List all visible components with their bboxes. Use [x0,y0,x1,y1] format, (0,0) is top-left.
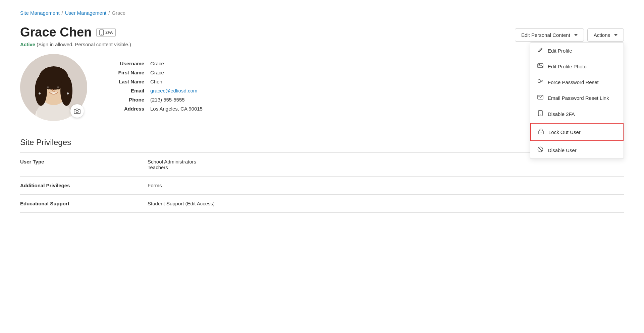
key-icon [537,79,544,85]
svg-point-24 [67,92,69,94]
pencil-icon [537,47,544,54]
status-active: Active [20,42,35,47]
avatar-wrapper [20,54,87,121]
additional-privileges-value: Forms [148,177,624,195]
svg-point-25 [76,110,78,113]
breadcrumb: Site Management / User Management / Grac… [20,10,624,16]
lock-icon [538,128,544,136]
status-line: Active (Sign in allowed. Personal conten… [20,42,131,47]
lock-out-user-label: Lock Out User [548,129,581,135]
svg-rect-2 [538,64,543,68]
svg-point-4 [538,80,541,83]
lastname-label: Last Name [104,79,144,84]
edit-personal-content-button[interactable]: Edit Personal Content [515,28,584,42]
educational-support-value: Student Support (Edit Access) [148,195,624,213]
dropdown-item-disable-2fa[interactable]: Disable 2FA [530,106,624,122]
svg-point-9 [541,132,541,133]
additional-privileges-label: Additional Privileges [20,177,148,195]
actions-dropdown-menu: Edit Profile Edit Profile Photo [530,42,624,159]
educational-support-label: Educational Support [20,195,148,213]
breadcrumb-sep-2: / [108,10,110,16]
dropdown-item-lock-out-user[interactable]: Lock Out User [530,123,624,141]
2fa-label: 2FA [105,30,113,35]
dropdown-item-disable-user[interactable]: Disable User [530,142,624,158]
phone-value: (213) 555-5555 [150,97,203,103]
disable-2fa-label: Disable 2FA [548,111,575,117]
mobile-icon [99,29,104,36]
email-value[interactable]: gracec@edliosd.com [150,88,203,93]
actions-wrapper: Actions Edit Profile [587,28,624,42]
actions-label: Actions [594,32,610,38]
firstname-label: First Name [104,70,144,75]
email-label: Email [104,88,144,93]
header-row: Grace Chen 2FA Active (Sign in allowed. … [20,25,624,47]
status-detail: (Sign in allowed. Personal content visib… [35,42,131,47]
privileges-table: User Type School AdministratorsTeachers … [20,152,624,213]
action-buttons: Edit Personal Content Actions [515,28,624,42]
2fa-badge: 2FA [96,28,116,37]
disable-user-label: Disable User [548,147,577,153]
table-row: Educational Support Student Support (Edi… [20,195,624,213]
mobile-icon-2fa [537,110,544,118]
breadcrumb-current: Grace [112,10,125,16]
profile-info: Username Grace First Name Grace Last Nam… [104,61,203,112]
breadcrumb-user-management[interactable]: User Management [65,10,106,16]
chevron-down-icon-actions [614,34,618,36]
address-label: Address [104,106,144,112]
user-type-label: User Type [20,153,148,177]
svg-point-1 [101,34,102,35]
edit-profile-photo-label: Edit Profile Photo [548,64,587,69]
edit-personal-content-label: Edit Personal Content [521,32,570,38]
dropdown-item-email-password-reset[interactable]: Email Password Reset Link [530,90,624,106]
username-value: Grace [150,61,203,66]
edit-profile-label: Edit Profile [548,48,572,54]
dropdown-item-edit-profile-photo[interactable]: Edit Profile Photo [530,59,624,74]
svg-point-22 [57,86,59,88]
user-name-row: Grace Chen 2FA [20,25,131,40]
image-icon [537,63,544,69]
svg-point-7 [540,115,541,115]
user-title: Grace Chen 2FA Active (Sign in allowed. … [20,25,131,47]
lastname-value: Chen [150,79,203,84]
chevron-down-icon [574,34,578,36]
svg-rect-5 [538,95,543,99]
dropdown-item-force-password-reset[interactable]: Force Password Reset [530,74,624,90]
envelope-icon [537,95,544,101]
camera-button[interactable] [70,104,84,118]
edit-personal-content-wrapper: Edit Personal Content [515,28,584,42]
breadcrumb-sep-1: / [62,10,63,16]
svg-point-3 [539,64,540,65]
email-password-reset-label: Email Password Reset Link [548,95,609,101]
svg-point-17 [35,76,47,106]
svg-point-23 [39,92,41,94]
phone-label: Phone [104,97,144,103]
address-value: Los Angeles, CA 90015 [150,106,203,112]
svg-point-21 [47,86,49,88]
actions-button[interactable]: Actions [587,28,624,42]
ban-icon [537,146,544,154]
force-password-reset-label: Force Password Reset [548,79,599,85]
page: Site Management / User Management / Grac… [0,0,644,333]
username-label: Username [104,61,144,66]
dropdown-item-edit-profile[interactable]: Edit Profile [530,43,624,59]
breadcrumb-site-management[interactable]: Site Management [20,10,60,16]
svg-point-18 [60,76,72,106]
table-row: Additional Privileges Forms [20,177,624,195]
camera-icon [74,108,80,114]
user-name: Grace Chen [20,25,92,40]
firstname-value: Grace [150,70,203,75]
